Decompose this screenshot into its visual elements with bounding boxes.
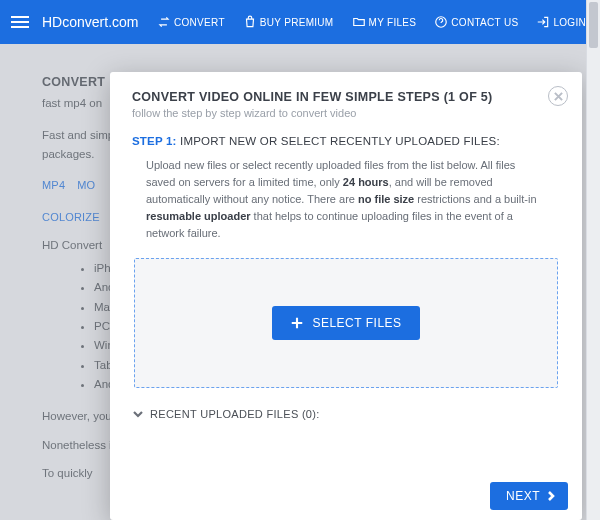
plus-icon [290,316,304,330]
nav-contact[interactable]: CONTACT US [428,15,524,29]
file-dropzone[interactable]: SELECT FILES [134,258,558,388]
modal-footer: NEXT [490,482,568,510]
step-heading: STEP 1: IMPORT NEW OR SELECT RECENTLY UP… [132,135,560,147]
swap-icon [157,15,171,29]
step-note: Upload new files or select recently uplo… [132,157,560,252]
nav-convert[interactable]: CONVERT [151,15,231,29]
close-icon [554,92,563,101]
recent-files-toggle[interactable]: RECENT UPLOADED FILES (0): [132,408,560,420]
menu-icon[interactable] [8,10,32,34]
bag-icon [243,15,257,29]
folder-icon [352,15,366,29]
login-icon [536,15,550,29]
modal-title: CONVERT VIDEO ONLINE IN FEW SIMPLE STEPS… [132,90,560,104]
step-text: IMPORT NEW OR SELECT RECENTLY UPLOADED F… [180,135,500,147]
step-label: STEP 1: [132,135,177,147]
select-files-button[interactable]: SELECT FILES [272,306,419,340]
chevron-down-icon [132,408,144,420]
brand[interactable]: HDconvert.com [42,14,138,30]
modal-subtitle: follow the step by step wizard to conver… [132,107,560,119]
nav-buy-premium[interactable]: BUY PREMIUM [237,15,340,29]
scrollbar-thumb[interactable] [589,2,598,48]
close-button[interactable] [548,86,568,106]
top-bar: HDconvert.com CONVERT BUY PREMIUM MY FIL… [0,0,600,44]
nav-login[interactable]: LOGIN [530,15,592,29]
chevron-right-icon [546,491,556,501]
nav-my-files[interactable]: MY FILES [346,15,423,29]
vertical-scrollbar[interactable] [586,0,600,520]
help-icon [434,15,448,29]
convert-wizard-modal: CONVERT VIDEO ONLINE IN FEW SIMPLE STEPS… [110,72,582,520]
next-button[interactable]: NEXT [490,482,568,510]
